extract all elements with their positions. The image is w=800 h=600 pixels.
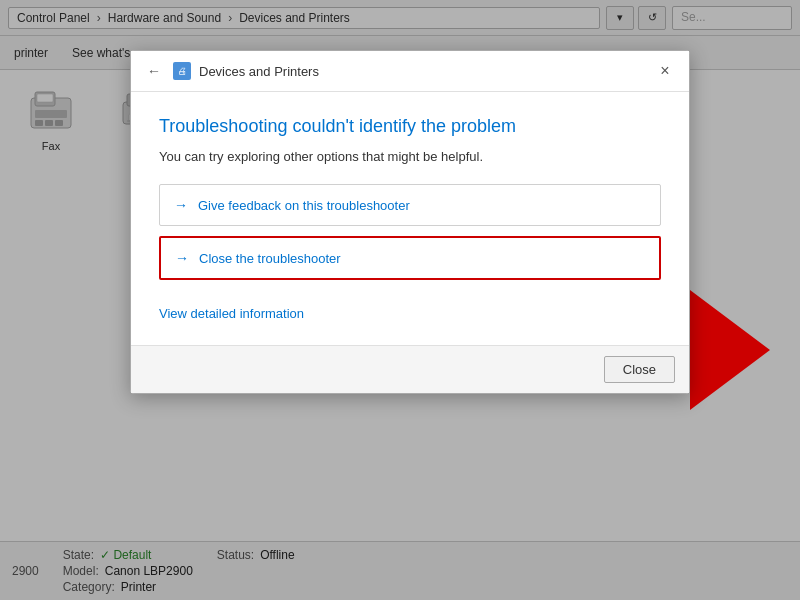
footer-close-label: Close (623, 362, 656, 377)
dialog-title-icon: 🖨 (173, 62, 191, 80)
option2-label: Close the troubleshooter (199, 251, 341, 266)
dialog-heading: Troubleshooting couldn't identify the pr… (159, 116, 661, 137)
dialog-subtext: You can try exploring other options that… (159, 149, 661, 164)
dialog-footer: Close (131, 345, 689, 393)
dialog-back-button[interactable]: ← (143, 60, 165, 82)
arrow-icon-1: → (174, 197, 188, 213)
view-detailed-text: View detailed information (159, 306, 304, 321)
arrow-icon-2: → (175, 250, 189, 266)
footer-close-button[interactable]: Close (604, 356, 675, 383)
close-x-icon: × (660, 62, 669, 80)
option-close-troubleshooter[interactable]: → Close the troubleshooter (159, 236, 661, 280)
printer-icon-small: 🖨 (178, 66, 187, 76)
back-icon: ← (147, 63, 161, 79)
option-give-feedback[interactable]: → Give feedback on this troubleshooter (159, 184, 661, 226)
view-detailed-link[interactable]: View detailed information (159, 306, 304, 321)
dialog-titlebar: ← 🖨 Devices and Printers × (131, 51, 689, 92)
troubleshooter-dialog: ← 🖨 Devices and Printers × Troubleshooti… (130, 50, 690, 394)
option1-label: Give feedback on this troubleshooter (198, 198, 410, 213)
dialog-title: Devices and Printers (199, 64, 319, 79)
dialog-titlebar-left: ← 🖨 Devices and Printers (143, 60, 319, 82)
dialog-body: Troubleshooting couldn't identify the pr… (131, 92, 689, 345)
dialog-close-x-button[interactable]: × (653, 59, 677, 83)
